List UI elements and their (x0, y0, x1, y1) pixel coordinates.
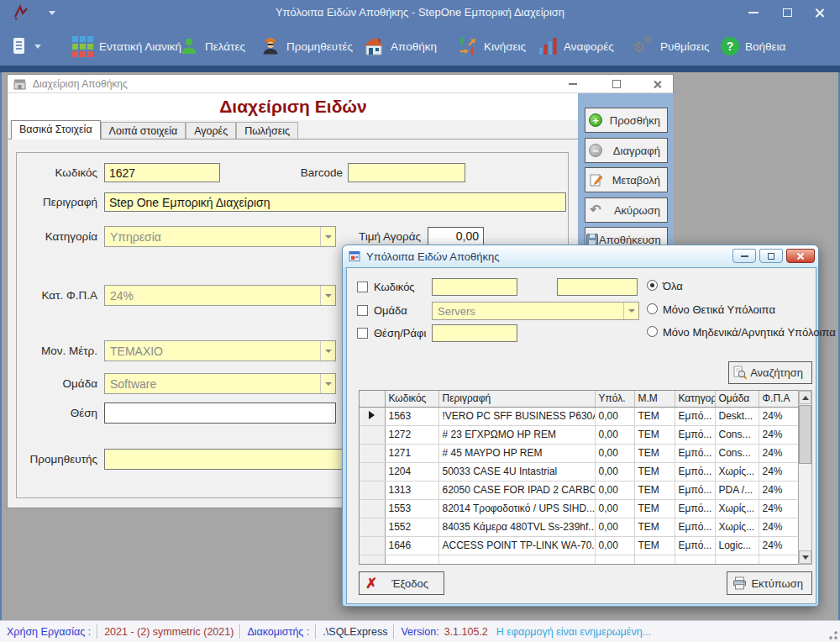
grid-cell[interactable]: Χωρίς... (715, 462, 759, 481)
toolbar-item-warehouse[interactable]: Αποθήκη (363, 32, 437, 61)
grid-cell[interactable]: 0,00 (595, 425, 634, 444)
grid-cell[interactable]: Εμπό... (675, 425, 715, 444)
maximize-button[interactable] (773, 0, 801, 25)
grid-cell[interactable]: ΤΕΜ (634, 518, 675, 536)
grid-cell[interactable]: 0,00 (595, 536, 634, 555)
table-row[interactable]: 1646 ACCESS POINT TP-LINK WA-70... 0,00 … (360, 536, 799, 555)
grid-cell[interactable]: 1272 (385, 425, 438, 444)
tab-other-info[interactable]: Λοιπά στοιχεία (101, 122, 186, 139)
grid-cell[interactable]: Χωρίς... (715, 518, 759, 536)
category-dropdown[interactable]: Υπηρεσία (104, 226, 336, 247)
tab-purchases[interactable]: Αγορές (186, 122, 236, 139)
toolbar-item-retail[interactable]: Εντατική Λιανική (72, 32, 181, 61)
grid-cell[interactable]: 82014 Τροφοδοτικό / UPS SIHD... (438, 499, 595, 518)
dialog-maximize-button[interactable] (759, 249, 783, 263)
column-header[interactable]: Κωδικός (385, 391, 438, 407)
radio-zero-negative[interactable] (647, 326, 658, 337)
tab-sales[interactable]: Πωλήσεις (236, 122, 298, 139)
grid-cell[interactable]: 0,00 (595, 499, 634, 518)
scroll-down-button[interactable] (799, 550, 811, 564)
grid-cell[interactable]: 84035 Κάμερα 480TVL Ss-239hf... (438, 518, 595, 536)
group-filter-checkbox[interactable] (357, 305, 368, 316)
radio-all[interactable] (647, 280, 658, 291)
grid-cell[interactable]: 1563 (385, 407, 438, 425)
grid-cell[interactable]: 24% (759, 425, 799, 444)
grid-cell[interactable]: 24% (759, 481, 799, 499)
row-selector-cell[interactable] (360, 462, 385, 481)
toolbar-item-movements[interactable]: Κινήσεις (458, 32, 526, 61)
grid-cell[interactable]: Logic... (715, 536, 759, 555)
grid-cell[interactable]: ΤΕΜ (634, 407, 675, 425)
cancel-button[interactable]: ↶ Ακύρωση (585, 197, 668, 223)
grid-cell[interactable]: Εμπό... (675, 407, 715, 425)
grid-cell[interactable]: 24% (759, 518, 799, 536)
inner-minimize-button[interactable] (562, 77, 584, 91)
grid-cell[interactable]: Cons... (715, 425, 759, 444)
grid-cell[interactable]: 24% (759, 536, 799, 555)
grid-cell[interactable]: ΤΕΜ (634, 425, 675, 444)
row-selector-cell[interactable] (360, 444, 385, 462)
dialog-minimize-button[interactable] (732, 249, 756, 263)
grid-cell[interactable]: Deskt... (715, 407, 759, 425)
table-row[interactable]: 1563 !VERO PC SFF BUSINESS P630A 0,00 ΤΕ… (360, 407, 799, 425)
dialog-close-button[interactable] (786, 249, 815, 263)
table-row[interactable]: 1553 82014 Τροφοδοτικό / UPS SIHD... 0,0… (360, 499, 799, 518)
row-selector-cell[interactable] (360, 407, 385, 425)
table-row[interactable]: 1272 # 23 ΕΓΧΡΩΜΟ HP REM 0,00 ΤΕΜ Εμπό..… (360, 425, 799, 444)
grid-cell[interactable]: 24% (759, 407, 799, 425)
grid-cell[interactable]: 1313 (385, 481, 438, 499)
code-input[interactable] (104, 163, 220, 182)
search-button[interactable]: Αναζήτηση (728, 361, 812, 384)
shelf-filter-checkbox[interactable] (357, 328, 368, 339)
grid-cell[interactable]: ΤΕΜ (634, 462, 675, 481)
grid-cell[interactable]: # 23 ΕΓΧΡΩΜΟ HP REM (438, 425, 595, 444)
tab-basic-info[interactable]: Βασικά Στοιχεία (11, 120, 101, 139)
row-selector-cell[interactable] (360, 481, 385, 499)
column-header[interactable]: Ομάδα (715, 391, 759, 407)
grid-cell[interactable]: 0,00 (595, 407, 634, 425)
location-input[interactable] (104, 403, 336, 424)
toolbar-item-suppliers[interactable]: Προμηθευτές (260, 32, 353, 61)
column-header[interactable]: Μ.Μ (634, 391, 675, 407)
add-button[interactable]: + Προσθήκη (585, 108, 668, 133)
toolbar-item-settings[interactable]: ⚙⚙ Ρυθμίσεις (633, 32, 710, 61)
table-row[interactable]: 1313 62050 CASE FOR IPAD 2 CARBON 0,00 Τ… (360, 481, 799, 499)
resize-grip[interactable] (829, 631, 837, 639)
grid-cell[interactable]: 0,00 (595, 462, 634, 481)
toolbar-item-reports[interactable]: Αναφορές (538, 32, 614, 61)
inner-maximize-button[interactable] (606, 77, 627, 91)
toolbar-item-help[interactable]: ? Βοήθεια (721, 32, 785, 61)
minimize-button[interactable] (739, 0, 768, 25)
row-selector-cell[interactable] (360, 499, 385, 518)
group-dropdown[interactable]: Software (104, 373, 336, 394)
shelf-input[interactable] (432, 324, 517, 342)
column-header[interactable]: Περιγραφή (438, 391, 595, 407)
grid-cell[interactable]: Cons... (715, 444, 759, 462)
code-filter-checkbox[interactable] (357, 282, 368, 292)
print-button[interactable]: Εκτύπωση (727, 571, 812, 595)
grid-cell[interactable]: 24% (759, 462, 799, 481)
grid-cell[interactable]: PDA /... (715, 481, 759, 499)
grid-cell[interactable]: 1552 (385, 518, 438, 536)
row-selector-cell[interactable] (360, 536, 385, 555)
grid-cell[interactable]: Εμπό... (675, 481, 715, 499)
grid-cell[interactable]: 0,00 (595, 518, 634, 536)
grid-cell[interactable]: 1646 (385, 536, 438, 555)
column-header[interactable]: Φ.Π.Α (759, 391, 799, 407)
grid-cell[interactable]: !VERO PC SFF BUSINESS P630A (438, 407, 595, 425)
vat-dropdown[interactable]: 24% (104, 285, 336, 306)
grid-cell[interactable]: Εμπό... (675, 536, 715, 555)
column-header[interactable]: Κατηγορ (675, 391, 715, 407)
grid-cell[interactable]: 24% (759, 444, 799, 462)
grid-cell[interactable]: ΤΕΜ (634, 536, 675, 555)
column-header[interactable]: Υπόλ. (595, 391, 634, 407)
vat-dropdown-button[interactable] (320, 286, 335, 305)
inner-close-button[interactable] (646, 77, 668, 91)
scrollbar-thumb[interactable] (799, 405, 811, 464)
group-filter-dropdown-button[interactable] (623, 303, 638, 319)
grid-cell[interactable]: 62050 CASE FOR IPAD 2 CARBON (438, 481, 595, 499)
close-button[interactable] (805, 0, 833, 25)
grid-cell[interactable]: Εμπό... (675, 462, 715, 481)
radio-positive-only[interactable] (647, 303, 658, 314)
toolbar-item-customers[interactable]: Πελάτες (179, 32, 245, 61)
